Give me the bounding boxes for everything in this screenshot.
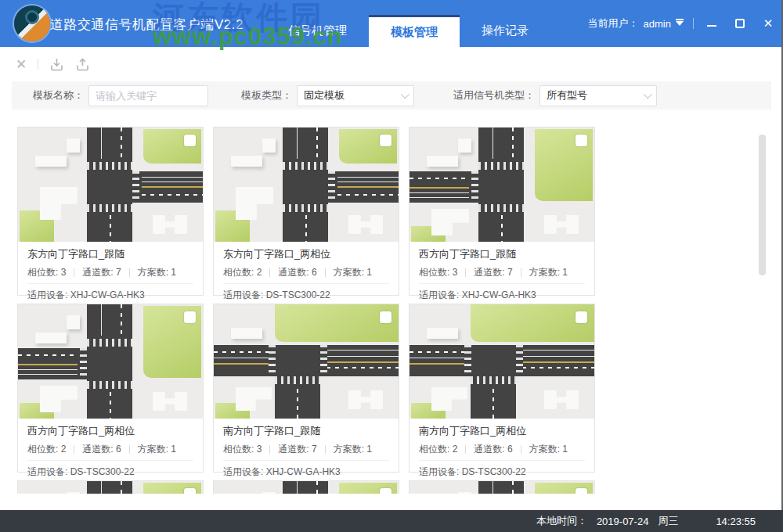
stat-item: 方案数: 1	[529, 266, 568, 279]
stat-separator	[74, 268, 74, 277]
stat-separator	[74, 445, 74, 454]
template-name: 东方向丁字路口_跟随	[27, 247, 193, 261]
card-select-checkbox[interactable]	[380, 488, 392, 494]
vertical-scrollbar[interactable]	[759, 135, 766, 275]
close-button[interactable]: ✕	[763, 18, 774, 29]
import-button[interactable]	[49, 57, 64, 72]
card-select-checkbox[interactable]	[576, 488, 587, 494]
card-select-checkbox[interactable]	[184, 488, 196, 494]
current-user-label: 当前用户：	[588, 16, 639, 31]
toolbar-separator	[38, 59, 38, 70]
template-stats: 相位数: 3通道数: 7方案数: 1	[419, 266, 585, 279]
intersection-preview	[410, 304, 594, 419]
stat-item: 方案数: 1	[138, 266, 176, 279]
template-card[interactable]: 西方向丁字路口_跟随相位数: 3通道数: 7方案数: 1适用设备: XHJ-CW…	[409, 127, 595, 296]
card-info: 东方向丁字路口_跟随相位数: 3通道数: 7方案数: 1适用设备: XHJ-CW…	[18, 242, 203, 301]
template-device: 适用设备: XHJ-CW-GA-HK3	[419, 283, 585, 301]
card-select-checkbox[interactable]	[184, 311, 196, 323]
minimize-button[interactable]	[706, 18, 717, 29]
template-grid: 东方向丁字路口_跟随相位数: 3通道数: 7方案数: 1适用设备: XHJ-CW…	[17, 127, 598, 494]
maximize-icon	[735, 19, 745, 28]
intersection-preview	[214, 304, 399, 419]
tab-1[interactable]: 模板管理	[369, 15, 460, 47]
template-type-select[interactable]: 固定模板	[297, 85, 414, 106]
template-name-input[interactable]	[88, 85, 208, 106]
card-info: 南方向丁字路口_跟随相位数: 3通道数: 7方案数: 1适用设备: XHJ-CW…	[214, 419, 399, 478]
status-weekday: 周三	[658, 514, 678, 528]
template-card[interactable]: 东方向丁字路口_跟随相位数: 3通道数: 7方案数: 1适用设备: XHJ-CW…	[17, 127, 204, 296]
template-type-label: 模板类型：	[241, 88, 292, 102]
toolbar: ✕	[0, 47, 771, 81]
template-stats: 相位数: 3通道数: 7方案数: 1	[223, 443, 389, 455]
filter-bar: 模板名称： 模板类型： 固定模板 适用信号机类型： 所有型号	[12, 81, 771, 110]
stat-item: 通道数: 6	[474, 443, 512, 455]
template-name-label: 模板名称：	[33, 88, 84, 102]
stat-item: 相位数: 3	[27, 266, 66, 279]
status-time: 14:23:55	[716, 516, 756, 527]
local-time-label: 本地时间：	[536, 514, 587, 528]
tab-2[interactable]: 操作记录	[460, 15, 550, 47]
template-card[interactable]: 南方向丁字路口_跟随相位数: 3通道数: 7方案数: 1适用设备: XHJ-CW…	[213, 304, 399, 473]
user-dropdown-icon[interactable]	[676, 21, 684, 30]
stat-separator	[269, 268, 270, 277]
intersection-preview	[18, 304, 203, 419]
stat-separator	[521, 445, 521, 454]
export-button[interactable]	[75, 57, 90, 72]
card-select-checkbox[interactable]	[576, 311, 587, 323]
signal-type-label: 适用信号机类型：	[453, 88, 535, 102]
template-name: 西方向丁字路口_跟随	[419, 247, 585, 261]
export-icon	[75, 57, 90, 72]
app-logo-icon	[14, 5, 50, 41]
card-select-checkbox[interactable]	[380, 135, 392, 146]
stat-separator	[465, 445, 466, 454]
maximize-button[interactable]	[734, 18, 745, 29]
stat-item: 通道数: 7	[278, 443, 316, 455]
template-name: 西方向丁字路口_两相位	[27, 424, 193, 438]
card-info: 西方向丁字路口_跟随相位数: 3通道数: 7方案数: 1适用设备: XHJ-CW…	[410, 242, 594, 301]
status-date: 2019-07-24	[597, 516, 649, 527]
stat-separator	[325, 268, 326, 277]
chevron-down-icon	[644, 90, 652, 99]
signal-type-value: 所有型号	[547, 88, 587, 102]
card-select-checkbox[interactable]	[184, 135, 196, 146]
chevron-down-icon	[401, 90, 410, 99]
template-type-value: 固定模板	[304, 88, 345, 102]
template-stats: 相位数: 2通道数: 6方案数: 1	[419, 443, 585, 455]
signal-type-select[interactable]: 所有型号	[539, 85, 657, 106]
stat-separator	[129, 268, 130, 277]
stat-separator	[465, 268, 466, 277]
template-device: 适用设备: XHJ-CW-GA-HK3	[27, 283, 193, 301]
card-info: 南方向丁字路口_两相位相位数: 2通道数: 6方案数: 1适用设备: DS-TS…	[410, 419, 594, 478]
status-bar: 本地时间： 2019-07-24 周三 14:23:55	[0, 510, 783, 532]
intersection-preview	[214, 128, 399, 242]
app-title: 道路交通信号机配置客户端V2.2	[50, 16, 244, 34]
card-select-checkbox[interactable]	[576, 135, 587, 146]
current-user[interactable]: 当前用户： admin	[588, 0, 698, 47]
stat-separator	[269, 445, 270, 454]
template-device: 适用设备: XHJ-CW-GA-HK3	[223, 460, 389, 478]
stat-item: 通道数: 7	[82, 266, 121, 279]
intersection-preview	[18, 128, 203, 242]
delete-template-button[interactable]: ✕	[16, 56, 27, 73]
stat-item: 方案数: 1	[334, 266, 372, 279]
current-user-name: admin	[644, 18, 671, 30]
template-card-partial[interactable]	[409, 480, 595, 494]
stat-separator	[129, 445, 130, 454]
stat-item: 方案数: 1	[529, 443, 568, 455]
app-logo-inner	[25, 10, 39, 24]
template-device: 适用设备: DS-TSC300-22	[27, 460, 193, 478]
card-select-checkbox[interactable]	[380, 311, 392, 323]
template-name: 南方向丁字路口_两相位	[419, 424, 585, 438]
import-icon	[49, 57, 64, 72]
tab-0[interactable]: 信号机管理	[266, 15, 369, 47]
template-card-partial[interactable]	[213, 480, 399, 494]
template-card[interactable]: 南方向丁字路口_两相位相位数: 2通道数: 6方案数: 1适用设备: DS-TS…	[409, 304, 595, 473]
minimize-icon	[707, 25, 716, 27]
template-card[interactable]: 东方向丁字路口_两相位相位数: 2通道数: 6方案数: 1适用设备: DS-TS…	[213, 127, 399, 296]
template-stats: 相位数: 2通道数: 6方案数: 1	[223, 266, 389, 279]
title-bar: 道路交通信号机配置客户端V2.2 信号机管理模板管理操作记录 当前用户： adm…	[0, 0, 783, 47]
template-card[interactable]: 西方向丁字路口_两相位相位数: 2通道数: 6方案数: 1适用设备: DS-TS…	[17, 304, 204, 473]
stat-item: 通道数: 6	[82, 443, 121, 455]
template-card-partial[interactable]	[17, 480, 204, 494]
stat-item: 相位数: 2	[419, 443, 457, 455]
